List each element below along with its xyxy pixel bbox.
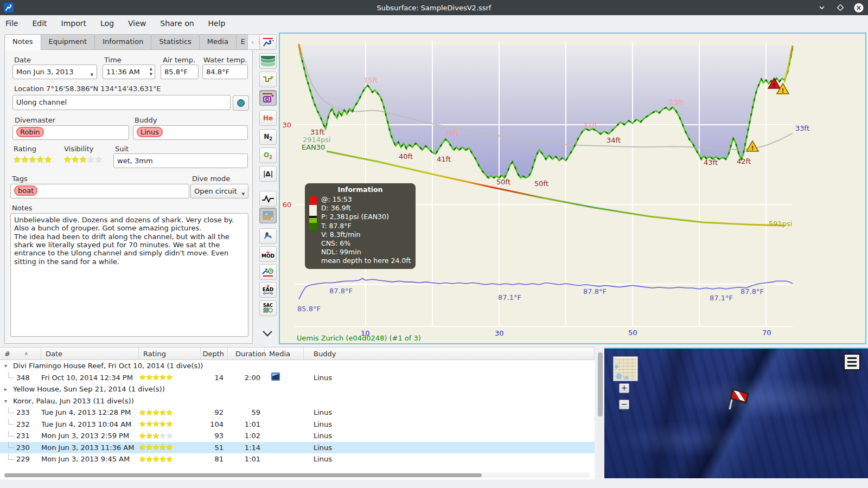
star-icon: ★	[139, 454, 145, 464]
time-spinner[interactable]: 11:36 AM▲▼	[103, 65, 155, 79]
divemaster-chip[interactable]: Robin	[16, 127, 44, 137]
toolbar-scroll-down-icon[interactable]	[261, 330, 273, 339]
column-date[interactable]: Date	[41, 348, 139, 359]
tab-information[interactable]: Information	[94, 34, 151, 50]
ceiling-toolbar-button[interactable]	[259, 72, 277, 87]
dive-row[interactable]: 348Fri Oct 10, 2014 12:34 PM★★★★★142:00L…	[0, 372, 595, 384]
dive-site-map[interactable]: + −	[604, 348, 868, 478]
menu-item-log[interactable]: Log	[100, 19, 114, 28]
oxygen-toolbar-button[interactable]: O2	[259, 147, 277, 163]
info-tooltip: Information @: 15:53D: 36.9ftP: 2,381psi…	[305, 183, 416, 269]
dive-row[interactable]: 232Tue Jun 4, 2013 10:04 AM★★★★★1041:01L…	[0, 419, 595, 431]
mod-toolbar-button[interactable]: +MOD	[259, 246, 277, 262]
menu-item-edit[interactable]: Edit	[32, 19, 47, 28]
water-temp-field[interactable]: 84.8°F	[202, 65, 248, 79]
globe-button[interactable]	[233, 95, 249, 111]
dive-flag-marker[interactable]	[723, 384, 751, 413]
nitrogen-toolbar-button[interactable]: N2	[259, 129, 277, 145]
menu-item-file[interactable]: File	[5, 19, 18, 28]
suit-field[interactable]: wet, 3mm	[113, 153, 248, 168]
location-field[interactable]: Ulong channel	[12, 95, 231, 110]
delta-pressure-toolbar-button[interactable]: |Δ|	[259, 166, 277, 182]
overview-minimap[interactable]	[614, 357, 637, 381]
buddy-chip[interactable]: Linus	[137, 127, 163, 137]
chart-label: 50ft	[496, 178, 510, 186]
waves-toolbar-button[interactable]	[259, 53, 277, 69]
dive-mode-select[interactable]: Open circuit▾	[190, 184, 248, 198]
map-menu-button[interactable]	[844, 354, 860, 370]
menu-item-share-on[interactable]: Share on	[160, 19, 194, 28]
buddy-field[interactable]: Linus	[133, 125, 248, 140]
vertical-scrollbar[interactable]	[597, 350, 603, 478]
menu-item-import[interactable]: Import	[61, 19, 86, 28]
dive-row[interactable]: 229Mon Jun 3, 2013 9:45 AM★★★★★811:01Lin…	[0, 453, 595, 465]
notes-textarea[interactable]: Unbelievable dive. Dozens and dozens of …	[10, 213, 248, 337]
tab-scroll-left-icon[interactable]: ‹	[250, 38, 256, 46]
star-icon: ★	[159, 442, 165, 452]
calculated-ceiling-toolbar-button[interactable]	[259, 90, 277, 106]
dive-trip-row[interactable]: ▸Yellow House, Sun Sep 21, 2014 (1 dive(…	[0, 383, 595, 395]
dc-reload-toolbar-button[interactable]	[259, 228, 277, 244]
divemaster-field[interactable]: Robin	[12, 125, 129, 140]
tab-statistics[interactable]: Statistics	[151, 34, 199, 50]
dive-date: Mon Jun 3, 2013 11:36 AM	[41, 444, 139, 452]
tree-branch-line	[8, 419, 14, 425]
tag-chip[interactable]: boat	[14, 185, 37, 196]
helium-toolbar-button[interactable]: He	[259, 110, 277, 126]
dive-trip-row[interactable]: ▾Koror, Palau, Jun 2013 (11 dive(s))	[0, 395, 595, 407]
chart-label: 50	[628, 329, 637, 337]
close-icon[interactable]	[854, 3, 864, 12]
tab-notes[interactable]: Notes	[4, 34, 41, 50]
vertical-scrollbar-thumb[interactable]	[598, 352, 603, 416]
photos-toolbar-button[interactable]	[259, 208, 277, 223]
tags-label: Tags	[12, 175, 28, 183]
dive-time-toolbar-button[interactable]	[259, 264, 277, 280]
ead-toolbar-button[interactable]: +EAD(•••)	[259, 282, 277, 298]
tab-equipment[interactable]: Equipment	[41, 34, 95, 50]
date-label: Date	[14, 56, 31, 64]
column-media[interactable]: Media	[265, 348, 304, 359]
menu-item-help[interactable]: Help	[208, 19, 226, 28]
expand-arrow-icon[interactable]: ▸	[4, 386, 13, 392]
visibility-stars[interactable]: ★★★★★	[63, 154, 102, 165]
dive-row[interactable]: 230Mon Jun 3, 2013 11:36 AM★★★★★511:14Li…	[0, 442, 595, 454]
dive-row[interactable]: 231Mon Jun 3, 2013 2:59 PM★★★★★931:02Lin…	[0, 430, 595, 442]
horizontal-scrollbar-thumb[interactable]	[4, 473, 482, 477]
tab-extra-truncated[interactable]: E	[236, 34, 248, 50]
title-bar: Subsurface: SampleDivesV2.ssrf	[0, 0, 868, 15]
column-buddy[interactable]: Buddy	[304, 348, 595, 359]
heart-rate-toolbar-button[interactable]	[259, 191, 277, 207]
map-zoom-in-button[interactable]: +	[619, 383, 629, 393]
column-depth[interactable]: Depth	[201, 348, 228, 359]
tags-field[interactable]: boat	[10, 184, 189, 198]
tab-media[interactable]: Media	[199, 34, 237, 50]
dive-profile-chart[interactable]: ! ! ! 15ft31ft2914psiEAN3040ft41ft35ft50…	[279, 33, 866, 344]
collapse-arrow-icon[interactable]: ▾	[4, 398, 13, 404]
sac-toolbar-button[interactable]: SAC	[259, 300, 277, 316]
minimize-icon[interactable]	[817, 3, 827, 12]
dive-trip-row[interactable]: ▾Divi Flamingo House Reef, Fri Oct 10, 2…	[0, 360, 595, 372]
rating-stars[interactable]: ★★★★★	[13, 154, 52, 165]
map-zoom-out-button[interactable]: −	[619, 400, 629, 409]
dive-profile-toolbar-button[interactable]	[259, 34, 277, 50]
maximize-icon[interactable]	[835, 3, 845, 12]
dive-depth: 51	[201, 444, 228, 452]
collapse-arrow-icon[interactable]: ▾	[4, 363, 13, 369]
column-rating[interactable]: Rating	[139, 348, 201, 359]
date-select[interactable]: Mon Jun 3, 2013▾	[12, 65, 97, 79]
menu-item-view[interactable]: View	[128, 19, 146, 28]
dive-row[interactable]: 233Tue Jun 4, 2013 12:28 PM★★★★★9259Linu…	[0, 407, 595, 419]
star-icon: ★	[166, 442, 173, 452]
horizontal-scrollbar[interactable]	[4, 473, 590, 478]
star-icon: ★	[21, 154, 28, 165]
dive-depth: 104	[201, 420, 228, 428]
media-thumbnail-icon[interactable]	[271, 373, 280, 381]
star-icon: ★	[166, 408, 173, 418]
air-temp-field[interactable]: 85.8°F	[161, 65, 199, 79]
star-icon: ★	[145, 408, 152, 418]
spinner-arrows-icon[interactable]: ▲▼	[150, 66, 152, 77]
profile-toolbar: He N2 O2 |Δ| +MOD +EAD(•••) SAC	[258, 33, 279, 344]
tree-branch-line	[8, 454, 14, 460]
column-duration[interactable]: Duration	[228, 348, 265, 359]
column-number[interactable]: #∧	[0, 348, 41, 359]
